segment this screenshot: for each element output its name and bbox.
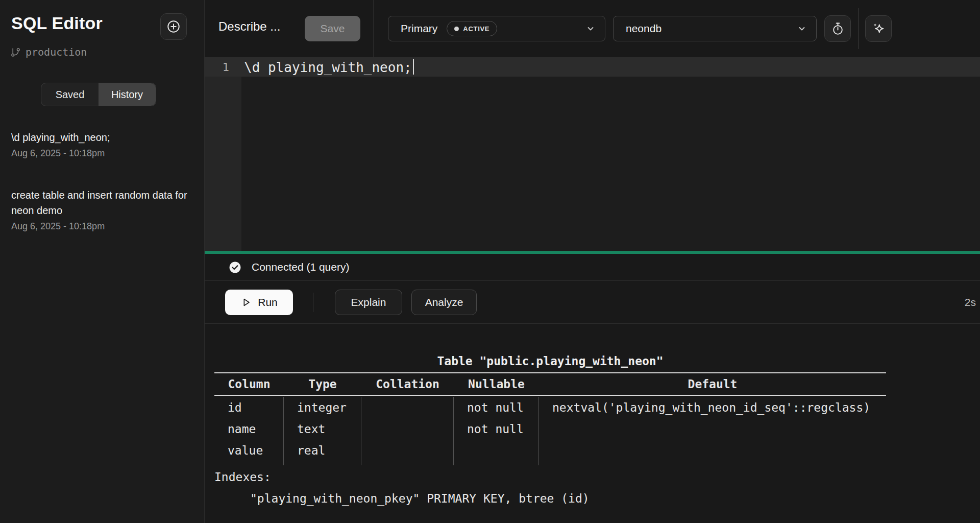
toolbar-divider bbox=[858, 8, 859, 49]
results-table: Table "public.playing_with_neon" ColumnT… bbox=[214, 350, 886, 465]
index-line: "playing_with_neon_pkey" PRIMARY KEY, bt… bbox=[214, 488, 980, 509]
results-table-title: Table "public.playing_with_neon" bbox=[214, 350, 886, 372]
results-table-column: integertextreal bbox=[284, 397, 361, 465]
editor-gutter bbox=[205, 57, 241, 251]
branch-indicator: production bbox=[10, 46, 204, 58]
tab-saved[interactable]: Saved bbox=[41, 83, 99, 106]
run-button[interactable]: Run bbox=[225, 290, 293, 315]
results-cell: name bbox=[214, 418, 283, 440]
sql-editor-app: SQL Editor production SavedHistory \d pl… bbox=[0, 0, 980, 523]
results-table-body: idnamevalueintegertextrealnot nullnot nu… bbox=[214, 396, 886, 465]
results-indexes: Indexes: "playing_with_neon_pkey" PRIMAR… bbox=[214, 466, 980, 509]
toolbar-divider bbox=[373, 0, 374, 57]
active-dot-icon bbox=[454, 27, 459, 31]
tab-history[interactable]: History bbox=[99, 83, 156, 106]
branch-select[interactable]: Primary ACTIVE bbox=[388, 16, 605, 41]
results-cell bbox=[454, 440, 538, 461]
ai-assist-button[interactable] bbox=[865, 15, 892, 42]
sidebar-header: SQL Editor bbox=[0, 0, 204, 40]
line-number: 1 bbox=[205, 61, 241, 74]
query-title: Describe ... bbox=[218, 19, 280, 34]
results-table-column: nextval('playing_with_neon_id_seq'::regc… bbox=[539, 397, 886, 465]
database-select-value: neondb bbox=[626, 22, 662, 35]
results-column-header: Nullable bbox=[454, 377, 539, 391]
results-table-column: not nullnot null bbox=[454, 397, 539, 465]
chevron-down-icon bbox=[797, 23, 807, 34]
database-select[interactable]: neondb bbox=[613, 16, 817, 41]
query-history-button[interactable] bbox=[824, 15, 851, 42]
save-button[interactable]: Save bbox=[305, 16, 360, 41]
timer-icon bbox=[831, 22, 845, 36]
results-cell: nextval('playing_with_neon_id_seq'::regc… bbox=[539, 397, 886, 418]
results-cell bbox=[361, 440, 453, 461]
results-cell: integer bbox=[284, 397, 361, 418]
plus-circle-icon bbox=[166, 19, 181, 34]
play-icon bbox=[240, 297, 252, 308]
new-query-button[interactable] bbox=[160, 13, 187, 40]
results-table-header: ColumnTypeCollationNullableDefault bbox=[214, 372, 886, 396]
chevron-down-icon bbox=[585, 23, 596, 34]
main-panel: Describe ... Save Primary ACTIVE bbox=[205, 0, 980, 523]
status-badge: ACTIVE bbox=[447, 21, 497, 36]
query-results: Table "public.playing_with_neon" ColumnT… bbox=[205, 324, 980, 523]
results-cell bbox=[539, 418, 886, 440]
results-cell bbox=[361, 418, 453, 440]
results-cell: not null bbox=[454, 418, 538, 440]
status-badge-label: ACTIVE bbox=[463, 25, 489, 33]
results-cell: text bbox=[284, 418, 361, 440]
history-item-date: Aug 6, 2025 - 10:18pm bbox=[11, 221, 191, 232]
results-column-header: Type bbox=[284, 377, 361, 391]
results-table-column: idnamevalue bbox=[214, 397, 284, 465]
editor-active-line[interactable]: 1 \d playing_with_neon; bbox=[205, 57, 980, 77]
code-text: \d playing_with_neon; bbox=[241, 59, 414, 75]
results-table-column bbox=[361, 397, 454, 465]
sidebar-tabs: SavedHistory bbox=[41, 83, 156, 106]
results-cell bbox=[539, 440, 886, 461]
connection-status-bar: Connected (1 query) bbox=[205, 254, 980, 281]
results-cell: real bbox=[284, 440, 361, 461]
results-cell bbox=[361, 397, 453, 418]
sidebar: SQL Editor production SavedHistory \d pl… bbox=[0, 0, 205, 523]
query-actions-bar: Run Explain Analyze 2s bbox=[205, 281, 980, 324]
history-item-title: \d playing_with_neon; bbox=[11, 130, 191, 145]
check-circle-icon bbox=[229, 261, 241, 274]
results-cell: value bbox=[214, 440, 283, 461]
query-duration: 2s bbox=[965, 296, 976, 308]
history-list: \d playing_with_neon;Aug 6, 2025 - 10:18… bbox=[0, 130, 204, 232]
text-cursor bbox=[413, 59, 414, 75]
history-item-title: create table and insert random data for … bbox=[11, 187, 191, 218]
git-branch-icon bbox=[10, 47, 21, 58]
code-editor[interactable]: 1 \d playing_with_neon; bbox=[205, 57, 980, 251]
indexes-label: Indexes: bbox=[214, 466, 980, 488]
editor-toolbar: Describe ... Save Primary ACTIVE bbox=[205, 0, 980, 57]
actions-divider bbox=[313, 293, 313, 312]
sparkles-icon bbox=[871, 21, 886, 36]
results-column-header: Default bbox=[539, 377, 886, 391]
history-item[interactable]: \d playing_with_neon;Aug 6, 2025 - 10:18… bbox=[11, 130, 191, 159]
branch-name: production bbox=[26, 46, 87, 58]
history-item[interactable]: create table and insert random data for … bbox=[11, 187, 191, 232]
results-cell: not null bbox=[454, 397, 538, 418]
results-column-header: Collation bbox=[361, 377, 454, 391]
connection-status-text: Connected (1 query) bbox=[252, 261, 349, 273]
history-item-date: Aug 6, 2025 - 10:18pm bbox=[11, 148, 191, 159]
results-cell: id bbox=[214, 397, 283, 418]
page-title: SQL Editor bbox=[11, 13, 103, 33]
results-column-header: Column bbox=[214, 377, 284, 391]
results-indexes-list: "playing_with_neon_pkey" PRIMARY KEY, bt… bbox=[214, 488, 980, 509]
analyze-button[interactable]: Analyze bbox=[411, 290, 477, 315]
branch-select-value: Primary bbox=[401, 22, 437, 35]
explain-button[interactable]: Explain bbox=[335, 290, 402, 315]
